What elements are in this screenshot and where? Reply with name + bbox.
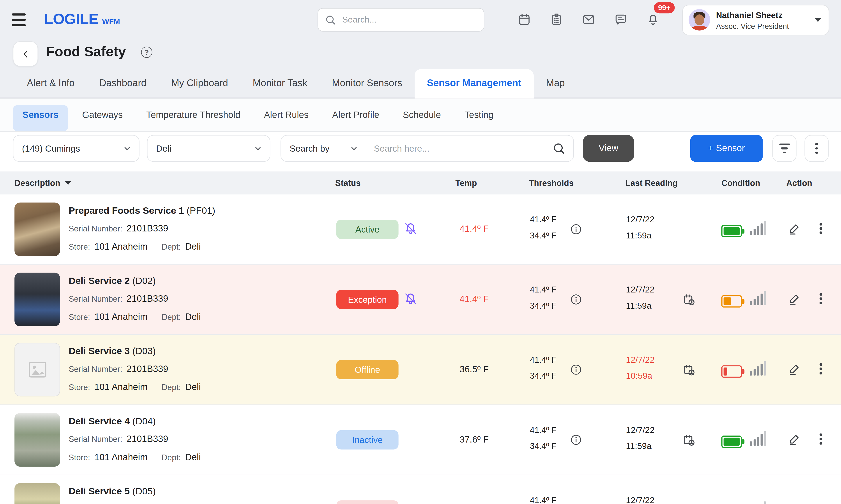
battery-icon <box>721 365 742 378</box>
clipboard-icon[interactable] <box>550 13 563 26</box>
table-row: Deli Service 5 (D05) Serial Number:2101B… <box>0 475 841 504</box>
info-icon[interactable] <box>571 294 582 305</box>
table-row: Deli Service 4 (D04) Serial Number:2101B… <box>0 405 841 475</box>
calendar-clock-icon <box>683 364 696 377</box>
edit-icon[interactable] <box>788 363 801 376</box>
global-search-input[interactable] <box>341 15 478 25</box>
tab-map[interactable]: Map <box>534 69 577 97</box>
info-icon[interactable] <box>571 364 582 375</box>
row-more-icon[interactable] <box>820 223 822 234</box>
subtab-temperature-threshold[interactable]: Temperature Threshold <box>137 105 250 131</box>
help-icon[interactable]: ? <box>141 47 152 58</box>
temp-value: 37.6º F <box>455 434 493 445</box>
sensor-serial: Serial Number:2101B339 <box>69 364 168 375</box>
subtab-alert-profile[interactable]: Alert Profile <box>323 105 389 131</box>
tab-monitor-sensors[interactable]: Monitor Sensors <box>320 69 415 97</box>
chevron-down-icon <box>350 144 358 153</box>
chevron-left-icon <box>20 49 31 59</box>
mail-icon[interactable] <box>582 13 595 26</box>
dept-filter-select[interactable]: Deli <box>147 135 270 162</box>
sensor-photo <box>15 413 60 467</box>
sensor-serial: Serial Number:2101B339 <box>69 223 168 234</box>
column-condition: Condition <box>721 172 760 195</box>
sensor-name: Prepared Foods Service 1 (PF01) <box>69 205 215 216</box>
menu-icon[interactable] <box>12 13 28 26</box>
app-window: LOGILE WFM 99+ Nathaniel Sheetz Assoc. V… <box>0 0 841 504</box>
subtab-schedule[interactable]: Schedule <box>393 105 450 131</box>
global-search[interactable] <box>317 8 484 32</box>
last-reading-date: 12/7/22 <box>626 496 655 504</box>
store-filter-value: (149) Cumings <box>22 143 80 154</box>
column-last-reading: Last Reading <box>625 172 677 195</box>
bell-icon[interactable] <box>646 13 660 26</box>
add-sensor-button[interactable]: + Sensor <box>690 135 763 162</box>
table-search-input[interactable] <box>365 143 552 154</box>
battery-icon <box>721 435 742 448</box>
edit-icon[interactable] <box>788 433 801 446</box>
search-by-value: Search by <box>290 143 329 154</box>
bell-slash-icon[interactable] <box>404 221 418 236</box>
threshold-low: 34.4º F <box>530 371 556 381</box>
table-search-group: Search by <box>280 135 574 162</box>
chat-icon[interactable] <box>614 13 628 26</box>
column-action: Action <box>786 172 812 195</box>
sensor-photo <box>15 202 60 256</box>
back-button[interactable] <box>13 41 38 67</box>
threshold-high: 41.4º F <box>530 425 556 435</box>
edit-icon[interactable] <box>788 222 801 235</box>
table-header: Description Status Temp Thresholds Last … <box>0 172 841 195</box>
restore-icon[interactable] <box>788 503 801 504</box>
info-icon[interactable] <box>571 434 582 445</box>
sensor-name: Deli Service 3 (D03) <box>69 346 156 357</box>
tab-my-clipboard[interactable]: My Clipboard <box>159 69 240 97</box>
column-thresholds: Thresholds <box>529 172 574 195</box>
signal-icon <box>750 221 766 235</box>
table-row: Deli Service 2 (D02) Serial Number:2101B… <box>0 265 841 335</box>
sensor-store-dept: Store:101 AnaheimDept:Deli <box>69 241 201 252</box>
sensor-name: Deli Service 5 (D05) <box>69 486 156 497</box>
sub-tab-bar: Sensors Gateways Temperature Threshold A… <box>0 98 841 132</box>
row-more-icon[interactable] <box>820 363 822 374</box>
column-temp: Temp <box>455 172 477 195</box>
row-more-icon[interactable] <box>820 293 822 304</box>
notification-badge: 99+ <box>654 2 674 13</box>
threshold-low: 34.4º F <box>530 301 556 311</box>
calendar-icon[interactable] <box>517 13 531 26</box>
info-icon[interactable] <box>571 224 582 235</box>
search-by-select[interactable]: Search by <box>281 136 365 161</box>
subtab-gateways[interactable]: Gateways <box>72 105 132 131</box>
last-reading-time: 11:59a <box>626 231 652 241</box>
tab-monitor-task[interactable]: Monitor Task <box>240 69 320 97</box>
sensor-store-dept: Store:101 AnaheimDept:Deli <box>69 382 201 393</box>
more-options-button[interactable] <box>804 135 828 162</box>
tab-dashboard[interactable]: Dashboard <box>87 69 159 97</box>
status-badge: Offline <box>337 360 399 379</box>
sensor-photo <box>15 483 60 504</box>
sensor-table-body: Prepared Foods Service 1 (PF01) Serial N… <box>0 195 841 504</box>
status-badge: Exception <box>337 290 399 309</box>
signal-icon <box>750 501 766 504</box>
subtab-testing[interactable]: Testing <box>455 105 503 131</box>
last-reading-date: 12/7/22 <box>626 425 655 435</box>
bell-slash-icon[interactable] <box>404 291 418 306</box>
subtab-alert-rules[interactable]: Alert Rules <box>254 105 318 131</box>
tab-alert-info[interactable]: Alert & Info <box>15 69 87 97</box>
signal-icon <box>750 431 766 446</box>
last-reading-date: 12/7/22 <box>626 285 655 295</box>
tab-sensor-management[interactable]: Sensor Management <box>415 69 534 97</box>
page-title: Food Safety <box>46 43 126 60</box>
view-button[interactable]: View <box>583 135 634 162</box>
edit-icon[interactable] <box>788 292 801 305</box>
user-menu[interactable]: Nathaniel Sheetz Assoc. Vice President <box>682 5 829 35</box>
store-filter-select[interactable]: (149) Cumings <box>13 135 139 162</box>
subtab-sensors[interactable]: Sensors <box>13 105 68 131</box>
logo-suffix: WFM <box>102 17 120 25</box>
search-icon[interactable] <box>552 142 566 156</box>
row-more-icon[interactable] <box>820 433 822 444</box>
column-description[interactable]: Description <box>15 172 71 195</box>
filter-icon <box>779 144 790 153</box>
filter-button[interactable] <box>772 135 796 162</box>
last-reading-time: 10:59a <box>626 371 652 381</box>
user-role: Assoc. Vice President <box>716 22 789 31</box>
chevron-down-icon <box>123 144 132 153</box>
